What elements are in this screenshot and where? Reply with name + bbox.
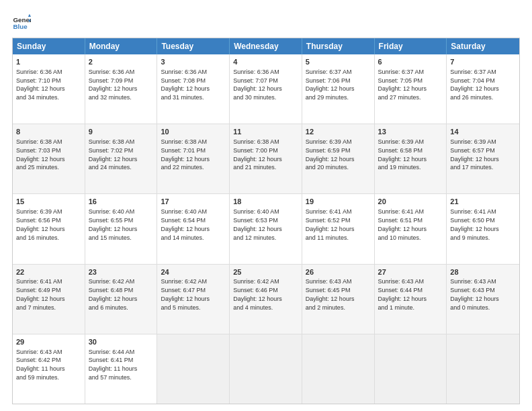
day-cell-24: 24Sunrise: 6:42 AM Sunset: 6:47 PM Dayli… (157, 265, 230, 334)
day-number: 12 (306, 127, 371, 137)
calendar-row-1: 1Sunrise: 6:36 AM Sunset: 7:10 PM Daylig… (13, 54, 519, 124)
calendar-header: SundayMondayTuesdayWednesdayThursdayFrid… (13, 38, 519, 54)
empty-cell-4-2 (157, 334, 230, 404)
svg-marker-2 (28, 14, 31, 17)
day-number: 3 (161, 57, 226, 67)
day-cell-28: 28Sunrise: 6:43 AM Sunset: 6:43 PM Dayli… (447, 265, 519, 334)
weekday-header-sunday: Sunday (13, 38, 85, 54)
day-number: 10 (161, 127, 226, 137)
day-number: 7 (450, 57, 516, 67)
day-cell-8: 8Sunrise: 6:38 AM Sunset: 7:03 PM Daylig… (13, 124, 85, 193)
day-info: Sunrise: 6:42 AM Sunset: 6:48 PM Dayligh… (89, 278, 138, 310)
day-cell-12: 12Sunrise: 6:39 AM Sunset: 6:59 PM Dayli… (302, 124, 375, 193)
day-info: Sunrise: 6:36 AM Sunset: 7:09 PM Dayligh… (89, 68, 138, 101)
day-number: 13 (378, 127, 443, 137)
svg-text:Blue: Blue (13, 23, 28, 30)
day-cell-20: 20Sunrise: 6:41 AM Sunset: 6:51 PM Dayli… (375, 194, 447, 263)
day-cell-11: 11Sunrise: 6:38 AM Sunset: 7:00 PM Dayli… (230, 124, 302, 193)
calendar-row-3: 15Sunrise: 6:39 AM Sunset: 6:56 PM Dayli… (13, 194, 519, 264)
day-number: 8 (16, 127, 81, 137)
day-number: 29 (16, 337, 81, 347)
day-info: Sunrise: 6:37 AM Sunset: 7:05 PM Dayligh… (378, 68, 427, 101)
day-cell-14: 14Sunrise: 6:39 AM Sunset: 6:57 PM Dayli… (447, 124, 519, 193)
day-cell-15: 15Sunrise: 6:39 AM Sunset: 6:56 PM Dayli… (13, 194, 85, 263)
empty-cell-4-6 (447, 334, 519, 404)
day-number: 9 (89, 127, 154, 137)
day-cell-23: 23Sunrise: 6:42 AM Sunset: 6:48 PM Dayli… (85, 265, 158, 334)
day-number: 17 (161, 197, 226, 207)
calendar: SundayMondayTuesdayWednesdayThursdayFrid… (12, 38, 520, 404)
day-cell-18: 18Sunrise: 6:40 AM Sunset: 6:53 PM Dayli… (230, 194, 302, 263)
day-number: 28 (450, 267, 516, 277)
page: General Blue SundayMondayTuesdayWednesda… (0, 0, 532, 411)
logo-icon: General Blue (12, 12, 31, 31)
day-info: Sunrise: 6:43 AM Sunset: 6:45 PM Dayligh… (306, 278, 355, 310)
day-number: 1 (16, 57, 81, 67)
empty-cell-4-4 (302, 334, 375, 404)
weekday-header-monday: Monday (85, 38, 158, 54)
day-cell-26: 26Sunrise: 6:43 AM Sunset: 6:45 PM Dayli… (302, 265, 375, 334)
day-number: 18 (233, 197, 298, 207)
day-info: Sunrise: 6:44 AM Sunset: 6:41 PM Dayligh… (89, 349, 138, 381)
day-number: 25 (233, 267, 298, 277)
day-number: 2 (89, 57, 154, 67)
day-info: Sunrise: 6:40 AM Sunset: 6:53 PM Dayligh… (233, 208, 282, 240)
day-number: 27 (378, 267, 443, 277)
day-cell-13: 13Sunrise: 6:39 AM Sunset: 6:58 PM Dayli… (375, 124, 447, 193)
day-number: 21 (450, 197, 516, 207)
calendar-row-5: 29Sunrise: 6:43 AM Sunset: 6:42 PM Dayli… (13, 334, 519, 404)
day-cell-22: 22Sunrise: 6:41 AM Sunset: 6:49 PM Dayli… (13, 265, 85, 334)
day-number: 14 (450, 127, 516, 137)
day-info: Sunrise: 6:36 AM Sunset: 7:07 PM Dayligh… (233, 68, 282, 101)
weekday-header-friday: Friday (375, 38, 447, 54)
day-cell-6: 6Sunrise: 6:37 AM Sunset: 7:05 PM Daylig… (375, 54, 447, 124)
day-info: Sunrise: 6:41 AM Sunset: 6:50 PM Dayligh… (450, 208, 499, 240)
calendar-row-4: 22Sunrise: 6:41 AM Sunset: 6:49 PM Dayli… (13, 265, 519, 334)
day-cell-5: 5Sunrise: 6:37 AM Sunset: 7:06 PM Daylig… (302, 54, 375, 124)
weekday-header-wednesday: Wednesday (230, 38, 302, 54)
day-number: 22 (16, 267, 81, 277)
day-info: Sunrise: 6:36 AM Sunset: 7:10 PM Dayligh… (16, 68, 65, 101)
day-info: Sunrise: 6:42 AM Sunset: 6:46 PM Dayligh… (233, 278, 282, 310)
weekday-header-tuesday: Tuesday (157, 38, 230, 54)
header: General Blue (12, 12, 520, 31)
day-cell-10: 10Sunrise: 6:38 AM Sunset: 7:01 PM Dayli… (157, 124, 230, 193)
day-cell-3: 3Sunrise: 6:36 AM Sunset: 7:08 PM Daylig… (157, 54, 230, 124)
day-cell-9: 9Sunrise: 6:38 AM Sunset: 7:02 PM Daylig… (85, 124, 158, 193)
day-number: 23 (89, 267, 154, 277)
day-number: 30 (89, 337, 154, 347)
empty-cell-4-5 (375, 334, 447, 404)
day-cell-27: 27Sunrise: 6:43 AM Sunset: 6:44 PM Dayli… (375, 265, 447, 334)
day-number: 15 (16, 197, 81, 207)
day-number: 11 (233, 127, 298, 137)
day-number: 19 (306, 197, 371, 207)
day-info: Sunrise: 6:40 AM Sunset: 6:55 PM Dayligh… (89, 208, 138, 240)
day-info: Sunrise: 6:41 AM Sunset: 6:51 PM Dayligh… (378, 208, 427, 240)
calendar-row-2: 8Sunrise: 6:38 AM Sunset: 7:03 PM Daylig… (13, 124, 519, 194)
day-info: Sunrise: 6:41 AM Sunset: 6:49 PM Dayligh… (16, 278, 65, 310)
day-info: Sunrise: 6:43 AM Sunset: 6:43 PM Dayligh… (450, 278, 499, 310)
day-info: Sunrise: 6:43 AM Sunset: 6:42 PM Dayligh… (16, 349, 65, 381)
day-cell-21: 21Sunrise: 6:41 AM Sunset: 6:50 PM Dayli… (447, 194, 519, 263)
empty-cell-4-3 (230, 334, 302, 404)
day-info: Sunrise: 6:40 AM Sunset: 6:54 PM Dayligh… (161, 208, 210, 240)
day-cell-2: 2Sunrise: 6:36 AM Sunset: 7:09 PM Daylig… (85, 54, 158, 124)
day-info: Sunrise: 6:38 AM Sunset: 7:00 PM Dayligh… (233, 138, 282, 171)
day-info: Sunrise: 6:42 AM Sunset: 6:47 PM Dayligh… (161, 278, 210, 310)
day-cell-1: 1Sunrise: 6:36 AM Sunset: 7:10 PM Daylig… (13, 54, 85, 124)
weekday-header-saturday: Saturday (447, 38, 519, 54)
day-info: Sunrise: 6:38 AM Sunset: 7:03 PM Dayligh… (16, 138, 65, 171)
day-cell-29: 29Sunrise: 6:43 AM Sunset: 6:42 PM Dayli… (13, 334, 85, 404)
calendar-body: 1Sunrise: 6:36 AM Sunset: 7:10 PM Daylig… (13, 54, 519, 404)
day-number: 5 (306, 57, 371, 67)
day-info: Sunrise: 6:41 AM Sunset: 6:52 PM Dayligh… (306, 208, 355, 240)
day-cell-30: 30Sunrise: 6:44 AM Sunset: 6:41 PM Dayli… (85, 334, 158, 404)
day-info: Sunrise: 6:39 AM Sunset: 6:59 PM Dayligh… (306, 138, 355, 171)
day-info: Sunrise: 6:37 AM Sunset: 7:04 PM Dayligh… (450, 68, 499, 101)
day-cell-16: 16Sunrise: 6:40 AM Sunset: 6:55 PM Dayli… (85, 194, 158, 263)
day-cell-17: 17Sunrise: 6:40 AM Sunset: 6:54 PM Dayli… (157, 194, 230, 263)
day-info: Sunrise: 6:39 AM Sunset: 6:58 PM Dayligh… (378, 138, 427, 171)
day-number: 16 (89, 197, 154, 207)
day-cell-25: 25Sunrise: 6:42 AM Sunset: 6:46 PM Dayli… (230, 265, 302, 334)
day-cell-19: 19Sunrise: 6:41 AM Sunset: 6:52 PM Dayli… (302, 194, 375, 263)
